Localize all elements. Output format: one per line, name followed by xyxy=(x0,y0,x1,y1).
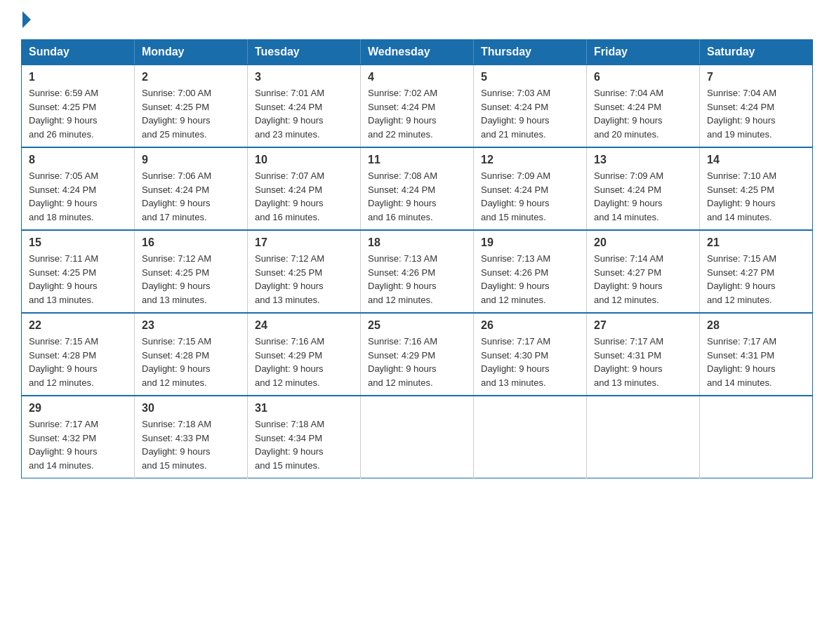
calendar-day-cell: 23 Sunrise: 7:15 AMSunset: 4:28 PMDaylig… xyxy=(135,313,248,396)
calendar-day-cell: 29 Sunrise: 7:17 AMSunset: 4:32 PMDaylig… xyxy=(22,396,135,478)
day-of-week-header: Friday xyxy=(587,40,700,65)
calendar-day-cell: 6 Sunrise: 7:04 AMSunset: 4:24 PMDayligh… xyxy=(587,65,700,147)
day-number: 19 xyxy=(481,236,579,249)
day-info: Sunrise: 7:06 AMSunset: 4:24 PMDaylight:… xyxy=(142,170,211,222)
day-number: 24 xyxy=(255,319,353,332)
day-info: Sunrise: 7:10 AMSunset: 4:25 PMDaylight:… xyxy=(707,170,776,222)
day-info: Sunrise: 7:12 AMSunset: 4:25 PMDaylight:… xyxy=(255,253,324,305)
day-number: 4 xyxy=(368,71,466,83)
day-info: Sunrise: 7:17 AMSunset: 4:32 PMDaylight:… xyxy=(29,419,98,471)
calendar-day-cell: 27 Sunrise: 7:17 AMSunset: 4:31 PMDaylig… xyxy=(587,313,700,396)
day-of-week-header: Saturday xyxy=(700,40,813,65)
day-info: Sunrise: 7:18 AMSunset: 4:34 PMDaylight:… xyxy=(255,419,324,471)
calendar-day-cell: 25 Sunrise: 7:16 AMSunset: 4:29 PMDaylig… xyxy=(361,313,474,396)
day-number: 9 xyxy=(142,154,240,166)
calendar-day-cell: 1 Sunrise: 6:59 AMSunset: 4:25 PMDayligh… xyxy=(22,65,135,147)
day-info: Sunrise: 7:09 AMSunset: 4:24 PMDaylight:… xyxy=(594,170,663,222)
day-info: Sunrise: 7:04 AMSunset: 4:24 PMDaylight:… xyxy=(707,88,776,140)
day-info: Sunrise: 7:11 AMSunset: 4:25 PMDaylight:… xyxy=(29,253,98,305)
day-info: Sunrise: 7:17 AMSunset: 4:30 PMDaylight:… xyxy=(481,336,550,388)
day-number: 26 xyxy=(481,319,579,332)
day-info: Sunrise: 7:16 AMSunset: 4:29 PMDaylight:… xyxy=(255,336,324,388)
day-info: Sunrise: 7:18 AMSunset: 4:33 PMDaylight:… xyxy=(142,419,211,471)
calendar-day-cell: 19 Sunrise: 7:13 AMSunset: 4:26 PMDaylig… xyxy=(474,230,587,313)
day-info: Sunrise: 7:00 AMSunset: 4:25 PMDaylight:… xyxy=(142,88,211,140)
calendar-week-row: 1 Sunrise: 6:59 AMSunset: 4:25 PMDayligh… xyxy=(22,65,813,147)
day-number: 20 xyxy=(594,236,692,249)
calendar-day-cell xyxy=(700,396,813,478)
calendar-day-cell: 28 Sunrise: 7:17 AMSunset: 4:31 PMDaylig… xyxy=(700,313,813,396)
logo xyxy=(21,14,31,25)
day-number: 5 xyxy=(481,71,579,83)
day-info: Sunrise: 7:15 AMSunset: 4:28 PMDaylight:… xyxy=(142,336,211,388)
day-number: 22 xyxy=(29,319,127,332)
calendar-day-cell: 7 Sunrise: 7:04 AMSunset: 4:24 PMDayligh… xyxy=(700,65,813,147)
day-info: Sunrise: 7:12 AMSunset: 4:25 PMDaylight:… xyxy=(142,253,211,305)
calendar-day-cell: 9 Sunrise: 7:06 AMSunset: 4:24 PMDayligh… xyxy=(135,147,248,230)
day-number: 14 xyxy=(707,154,805,166)
calendar-day-cell: 31 Sunrise: 7:18 AMSunset: 4:34 PMDaylig… xyxy=(248,396,361,478)
day-number: 11 xyxy=(368,154,466,166)
calendar-day-cell: 10 Sunrise: 7:07 AMSunset: 4:24 PMDaylig… xyxy=(248,147,361,230)
calendar-day-cell: 14 Sunrise: 7:10 AMSunset: 4:25 PMDaylig… xyxy=(700,147,813,230)
day-info: Sunrise: 7:07 AMSunset: 4:24 PMDaylight:… xyxy=(255,170,324,222)
day-info: Sunrise: 7:14 AMSunset: 4:27 PMDaylight:… xyxy=(594,253,663,305)
day-number: 15 xyxy=(29,236,127,249)
day-number: 1 xyxy=(29,71,127,83)
day-number: 30 xyxy=(142,402,240,415)
day-number: 10 xyxy=(255,154,353,166)
calendar-day-cell: 11 Sunrise: 7:08 AMSunset: 4:24 PMDaylig… xyxy=(361,147,474,230)
calendar-day-cell: 15 Sunrise: 7:11 AMSunset: 4:25 PMDaylig… xyxy=(22,230,135,313)
day-number: 6 xyxy=(594,71,692,83)
logo-arrow-icon xyxy=(22,11,31,28)
calendar-day-cell: 5 Sunrise: 7:03 AMSunset: 4:24 PMDayligh… xyxy=(474,65,587,147)
calendar-day-cell: 4 Sunrise: 7:02 AMSunset: 4:24 PMDayligh… xyxy=(361,65,474,147)
day-info: Sunrise: 7:09 AMSunset: 4:24 PMDaylight:… xyxy=(481,170,550,222)
day-number: 7 xyxy=(707,71,805,83)
day-of-week-header: Wednesday xyxy=(361,40,474,65)
page-header xyxy=(21,14,813,25)
day-number: 28 xyxy=(707,319,805,332)
day-info: Sunrise: 7:03 AMSunset: 4:24 PMDaylight:… xyxy=(481,88,550,140)
day-info: Sunrise: 7:13 AMSunset: 4:26 PMDaylight:… xyxy=(481,253,550,305)
calendar-week-row: 22 Sunrise: 7:15 AMSunset: 4:28 PMDaylig… xyxy=(22,313,813,396)
day-number: 27 xyxy=(594,319,692,332)
day-info: Sunrise: 7:15 AMSunset: 4:27 PMDaylight:… xyxy=(707,253,776,305)
day-number: 2 xyxy=(142,71,240,83)
day-of-week-header: Thursday xyxy=(474,40,587,65)
day-number: 13 xyxy=(594,154,692,166)
calendar-day-cell: 8 Sunrise: 7:05 AMSunset: 4:24 PMDayligh… xyxy=(22,147,135,230)
calendar-day-cell xyxy=(587,396,700,478)
calendar-day-cell: 22 Sunrise: 7:15 AMSunset: 4:28 PMDaylig… xyxy=(22,313,135,396)
calendar-day-cell: 2 Sunrise: 7:00 AMSunset: 4:25 PMDayligh… xyxy=(135,65,248,147)
day-number: 25 xyxy=(368,319,466,332)
calendar-day-cell: 17 Sunrise: 7:12 AMSunset: 4:25 PMDaylig… xyxy=(248,230,361,313)
calendar-day-cell: 16 Sunrise: 7:12 AMSunset: 4:25 PMDaylig… xyxy=(135,230,248,313)
day-number: 18 xyxy=(368,236,466,249)
calendar-table: SundayMondayTuesdayWednesdayThursdayFrid… xyxy=(21,39,813,478)
calendar-week-row: 15 Sunrise: 7:11 AMSunset: 4:25 PMDaylig… xyxy=(22,230,813,313)
day-of-week-header: Sunday xyxy=(22,40,135,65)
calendar-week-row: 29 Sunrise: 7:17 AMSunset: 4:32 PMDaylig… xyxy=(22,396,813,478)
calendar-day-cell: 12 Sunrise: 7:09 AMSunset: 4:24 PMDaylig… xyxy=(474,147,587,230)
day-info: Sunrise: 7:17 AMSunset: 4:31 PMDaylight:… xyxy=(707,336,776,388)
day-number: 31 xyxy=(255,402,353,415)
day-number: 29 xyxy=(29,402,127,415)
day-number: 16 xyxy=(142,236,240,249)
calendar-week-row: 8 Sunrise: 7:05 AMSunset: 4:24 PMDayligh… xyxy=(22,147,813,230)
day-info: Sunrise: 7:17 AMSunset: 4:31 PMDaylight:… xyxy=(594,336,663,388)
calendar-header-row: SundayMondayTuesdayWednesdayThursdayFrid… xyxy=(22,40,813,65)
day-info: Sunrise: 7:05 AMSunset: 4:24 PMDaylight:… xyxy=(29,170,98,222)
calendar-day-cell: 21 Sunrise: 7:15 AMSunset: 4:27 PMDaylig… xyxy=(700,230,813,313)
day-of-week-header: Tuesday xyxy=(248,40,361,65)
day-of-week-header: Monday xyxy=(135,40,248,65)
day-number: 3 xyxy=(255,71,353,83)
day-info: Sunrise: 6:59 AMSunset: 4:25 PMDaylight:… xyxy=(29,88,98,140)
calendar-day-cell: 24 Sunrise: 7:16 AMSunset: 4:29 PMDaylig… xyxy=(248,313,361,396)
day-info: Sunrise: 7:16 AMSunset: 4:29 PMDaylight:… xyxy=(368,336,437,388)
calendar-day-cell: 30 Sunrise: 7:18 AMSunset: 4:33 PMDaylig… xyxy=(135,396,248,478)
calendar-day-cell: 3 Sunrise: 7:01 AMSunset: 4:24 PMDayligh… xyxy=(248,65,361,147)
day-info: Sunrise: 7:02 AMSunset: 4:24 PMDaylight:… xyxy=(368,88,437,140)
calendar-day-cell: 13 Sunrise: 7:09 AMSunset: 4:24 PMDaylig… xyxy=(587,147,700,230)
day-number: 8 xyxy=(29,154,127,166)
